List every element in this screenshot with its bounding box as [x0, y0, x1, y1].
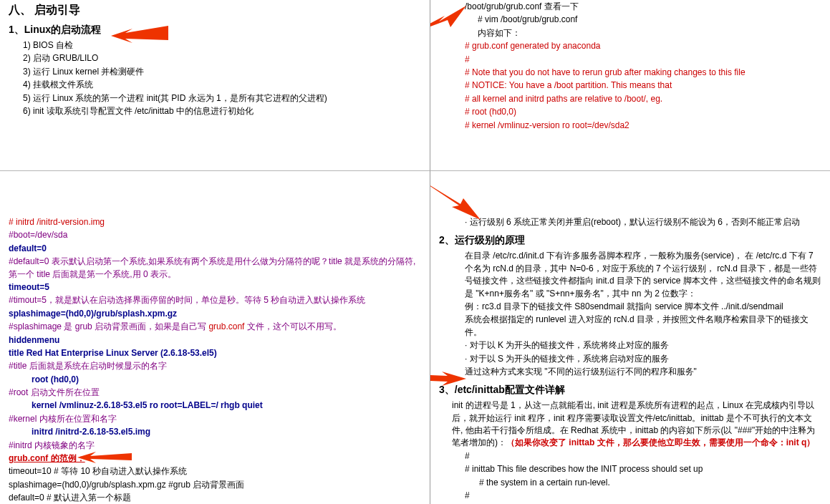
comment-line: # all kernel and initrd paths are relati… [465, 93, 821, 105]
list-item: 4) 挂载根文件系统 [23, 79, 421, 91]
paragraph: init 的进程号是 1，从这一点就能看出, init 进程是系统所有进程的起点… [439, 399, 821, 450]
config-line: kernel /vmlinuz-2.6.18-53.el5 ro root=LA… [9, 399, 421, 412]
text-line: 内容如下： [465, 27, 821, 39]
list-item: 5) 运行 Linux 系统的第一个进程 init(其 PID 永远为 1，是所… [23, 92, 421, 105]
config-line: timeout=10 # 等待 10 秒自动进入默认操作系统 [9, 465, 421, 478]
text: #splashimage 是 grub 启动背景画面，如果是自己写 [9, 321, 208, 331]
code-line: # [439, 450, 821, 462]
config-line: hiddenmenu [9, 334, 421, 346]
code-line: # inittab This file describes how the IN… [439, 463, 821, 475]
comment-line: # grub.conf generated by anaconda [465, 40, 821, 52]
comment-line: # Note that you do not have to rerun gru… [465, 67, 821, 79]
list-item: 2) 启动 GRUB/LILO [23, 52, 421, 64]
list-item: 1) BIOS 自检 [23, 39, 421, 52]
config-line: initrd /initrd-2.6.18-53.el5.img [9, 426, 421, 438]
text: grub.conf [208, 321, 244, 331]
text: 文件，这个可以不用写。 [244, 321, 341, 331]
list-item: 3) 运行 Linux kernel 并检测硬件 [23, 66, 421, 78]
heading-3: 3、/etc/inittab配置文件详解 [439, 384, 821, 397]
config-line: default=0 # 默认进入第一个标题 [9, 492, 421, 504]
comment-line: # root (hd0,0) [465, 106, 821, 118]
arrow-icon [430, 6, 466, 34]
heading-8: 八、 启动引导 [9, 3, 421, 18]
boot-process-list: 1) BIOS 自检 2) 启动 GRUB/LILO 3) 运行 Linux k… [23, 39, 421, 117]
comment-line: # initrd /initrd-version.img [9, 216, 421, 228]
config-line: splashimage=(hd0,0)/grub/splash.xpm.gz #… [9, 479, 421, 491]
paragraph: 系统会根据指定的 runlevel 进入对应的 rcN.d 目录，并按照文件名顺… [439, 314, 821, 339]
text: grub.conf 的范例： [9, 453, 85, 463]
example-heading: grub.conf 的范例： [9, 452, 421, 465]
comment-line: #splashimage 是 grub 启动背景画面，如果是自己写 grub.c… [9, 321, 421, 333]
heading-2: 2、运行级别的原理 [439, 234, 821, 247]
list-item: 6) init 读取系统引导配置文件 /etc/inittab 中的信息进行初始… [23, 105, 421, 117]
comment-line: #title 后面就是系统在启动时候显示的名字 [9, 360, 421, 372]
page-bottom-left: # initrd /initrd-version.img #boot=/dev/… [0, 170, 430, 504]
page-top-right: /boot/grub/grub.conf 查看一下 # vim /boot/gr… [430, 0, 830, 170]
comment-line: #timout=5，就是默认在启动选择界面停留的时间，单位是秒。等待 5 秒自动… [9, 294, 421, 306]
bullet-item: · 运行级别 6 系统正常关闭并重启(reboot)，默认运行级别不能设为 6，… [439, 216, 821, 228]
highlight-text: （如果你改变了 inittab 文件，那么要使他立即生效，需要使用一个命令：in… [506, 437, 815, 447]
comment-line: # [465, 54, 821, 66]
bullet-item: · 对于以 S 为开头的链接文件，系统将启动对应的服务 [439, 353, 821, 365]
paragraph: 例：rc3.d 目录下的链接文件 S80sendmail 就指向 service… [439, 301, 821, 313]
config-line: title Red Hat Enterprise Linux Server (2… [9, 347, 421, 359]
comment-line: #initrd 内核镜象的名字 [9, 440, 421, 452]
comment-line: #default=0 表示默认启动第一个系统,如果系统有两个系统是用什么做为分隔… [9, 256, 421, 281]
comment-line: #root 启动文件所在位置 [9, 387, 421, 399]
paragraph: 通过这种方式来实现 "不同的运行级别运行不同的程序和服务" [439, 366, 821, 378]
config-line: #boot=/dev/sda [9, 229, 421, 241]
bullet-item: · 对于以 K 为开头的链接文件，系统将终止对应的服务 [439, 339, 821, 352]
config-line: splashimage=(hd0,0)/grub/splash.xpm.gz [9, 308, 421, 320]
config-line: root (hd0,0) [9, 374, 421, 386]
heading-1-1: 1、Linux的启动流程 [9, 24, 421, 37]
text-line: # vim /boot/grub/grub.conf [465, 14, 821, 26]
page-top-left: 八、 启动引导 1、Linux的启动流程 1) BIOS 自检 2) 启动 GR… [0, 0, 430, 170]
comment-line: # NOTICE: You have a /boot partition. Th… [465, 79, 821, 92]
config-line: timeout=5 [9, 281, 421, 294]
svg-marker-1 [430, 6, 466, 34]
config-line: default=0 [9, 243, 421, 255]
text-line: /boot/grub/grub.conf 查看一下 [465, 1, 821, 13]
page-bottom-right: · 运行级别 6 系统正常关闭并重启(reboot)，默认运行级别不能设为 6，… [430, 170, 830, 504]
code-line: # [439, 490, 821, 502]
paragraph: 在目录 /etc/rc.d/init.d 下有许多服务器脚本程序，一般称为服务(… [439, 250, 821, 300]
comment-line: #kernel 内核所在位置和名字 [9, 413, 421, 425]
comment-line: # kernel /vmlinuz-version ro root=/dev/s… [465, 120, 821, 132]
code-line: # the system in a certain run-level. [439, 477, 821, 489]
